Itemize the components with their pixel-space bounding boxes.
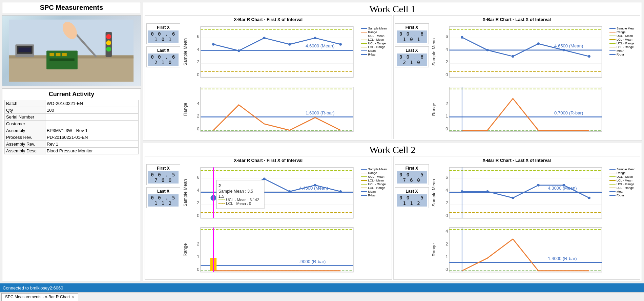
svg-text:1.6000 (R-bar): 1.6000 (R-bar) <box>306 110 334 115</box>
svg-text:0: 0 <box>445 213 448 218</box>
wc2-chart2-top: Sample Mean 0 2 4 6 <box>430 164 639 221</box>
legend-range: Range <box>361 30 390 34</box>
main-tab[interactable]: SPC Measurements - x-Bar R Chart ✕ <box>1 293 78 301</box>
activity-field-value: 100 <box>45 107 139 114</box>
wc2-lastx-box: Last X 0 0 . 5 1 1 2 <box>146 187 180 208</box>
svg-point-94 <box>288 190 291 193</box>
legend-ucl-mean: UCL - Mean <box>361 34 390 38</box>
svg-text:UCL - Mean : 6.142: UCL - Mean : 6.142 <box>226 197 259 201</box>
svg-text:0: 0 <box>445 267 448 272</box>
work-cell-2-section: Work Cell 2 X-Bar R Chart - First X of I… <box>143 143 642 282</box>
svg-text:LCL - Mean : 0: LCL - Mean : 0 <box>226 201 251 206</box>
svg-text:6: 6 <box>445 175 448 180</box>
svg-text:Sample Mean : 3.5: Sample Mean : 3.5 <box>219 189 253 194</box>
svg-text:1: 1 <box>197 254 199 259</box>
svg-point-63 <box>512 55 514 58</box>
svg-text:2: 2 <box>445 241 448 246</box>
activity-row: Serial Number <box>5 114 139 121</box>
svg-point-134 <box>537 184 540 187</box>
legend-ucl-range: UCL - Range <box>361 42 390 45</box>
svg-text:0: 0 <box>445 72 448 77</box>
wc1-chart1-inner: First X 0 0 . 6 1 0 1 Last X 0 0 . 6 2 1… <box>146 23 390 137</box>
activity-field-value: PD-20160221-01-EN <box>45 134 139 141</box>
wc2-chart1-bottom: Range 0 1 2 .9000 (R-bar) <box>182 222 390 278</box>
activity-field-value <box>45 121 139 127</box>
activity-field-value: Blood Pressure Monitor <box>45 148 139 154</box>
activity-row: Qty100 <box>5 107 139 114</box>
wc1-xbar-svg: Sample Mean 0 2 4 6 <box>182 23 360 81</box>
wc2-lastx2-label: Last X <box>397 189 427 194</box>
legend-lcl-mean: LCL - Mean <box>361 38 390 41</box>
wc1-chart2-top: Sample Mean 0 2 4 6 <box>430 23 639 81</box>
current-activity-box: Current Activity BatchWO-20160221-ENQty1… <box>2 88 141 281</box>
svg-text:Range: Range <box>431 243 436 257</box>
wc2-chart1-legend: Sample Mean Range UCL - Mean LCL - Mean … <box>360 164 390 221</box>
wc2-chart1-dual: Sample Mean 0 2 4 6 <box>182 164 390 278</box>
svg-point-35 <box>288 43 291 46</box>
wc2-lastx2-value: 0 0 . 5 1 1 2 <box>397 194 427 207</box>
svg-point-61 <box>461 36 463 39</box>
svg-point-66 <box>588 55 590 58</box>
svg-text:4: 4 <box>197 47 199 52</box>
legend-rbar: R-bar <box>361 53 390 56</box>
svg-text:2: 2 <box>197 113 199 119</box>
svg-text:Sample Mean: Sample Mean <box>431 38 436 66</box>
right-panel: Work Cell 1 X-Bar R Chart - First X of I… <box>143 2 642 281</box>
status-text: Connected to bmiklosey2:6060 <box>3 285 63 291</box>
svg-text:2: 2 <box>197 59 199 64</box>
current-activity-title: Current Activity <box>4 91 139 98</box>
svg-text:4: 4 <box>197 101 199 106</box>
wc1-chart1-legend: Sample Mean Range UCL - Mean <box>360 23 390 81</box>
svg-point-33 <box>237 49 240 52</box>
svg-point-65 <box>562 49 565 51</box>
work-cell-1-charts: X-Bar R Chart - First X of Interval Firs… <box>145 15 640 139</box>
wc1-firstx2-label: First X <box>397 25 427 30</box>
wc1-chart1-top: Sample Mean 0 2 4 6 <box>182 23 390 81</box>
svg-text:4: 4 <box>445 47 448 52</box>
svg-point-133 <box>512 196 514 199</box>
activity-field-label: Customer <box>5 121 45 127</box>
svg-text:Range: Range <box>183 243 188 257</box>
wc2-range-svg: Range 0 1 2 .9000 (R-bar) <box>182 222 360 278</box>
svg-rect-17 <box>50 59 75 61</box>
status-bar: Connected to bmiklosey2:6060 <box>0 283 644 292</box>
svg-text:1.5: 1.5 <box>219 194 224 199</box>
wc2-chart2-legend: Sample Mean Range UCL - Mean LCL - Mean … <box>608 164 639 221</box>
svg-text:2: 2 <box>197 241 199 246</box>
svg-text:6: 6 <box>445 34 448 39</box>
activity-row: Process Rev.PD-20160221-01-EN <box>5 134 139 141</box>
svg-text:4.6000 (Mean): 4.6000 (Mean) <box>306 43 334 48</box>
svg-rect-68 <box>449 87 602 131</box>
svg-text:Sample Mean: Sample Mean <box>183 38 188 66</box>
svg-text:Sample Mean: Sample Mean <box>183 179 188 206</box>
wc1-lastx-value: 0 0 . 6 2 1 0 <box>148 53 179 66</box>
svg-text:.9000 (R-bar): .9000 (R-bar) <box>299 259 326 264</box>
svg-rect-15 <box>56 53 61 56</box>
tab-close-button[interactable]: ✕ <box>72 295 75 299</box>
wc2-firstx2-label: First X <box>397 166 427 171</box>
svg-point-37 <box>339 43 342 46</box>
svg-point-132 <box>486 190 489 193</box>
wc2-chart2-bottom: Range 0 1 2 4 1.4000 (R-bar) <box>430 222 639 278</box>
wc1-meas-panel: First X 0 0 . 6 1 0 1 Last X 0 0 . 6 2 1… <box>146 23 180 137</box>
legend-mean: Mean <box>361 49 390 52</box>
wc1-chart2-inner: First X 0 0 . 6 1 0 1 Last X 0 0 . 6 2 1… <box>395 23 639 137</box>
svg-point-96 <box>339 190 342 193</box>
svg-text:4: 4 <box>197 187 199 192</box>
activity-field-label: Batch <box>5 100 45 107</box>
wc1-chart2-bottom: Range 0 1 2 0.7000 (R-bar) <box>430 81 639 137</box>
svg-rect-5 <box>19 48 31 52</box>
svg-text:Sample Mean: Sample Mean <box>431 179 436 206</box>
activity-field-label: Process Rev. <box>5 134 45 141</box>
wc1-chart1-title: X-Bar R Chart - First X of Interval <box>146 17 390 22</box>
svg-text:0: 0 <box>197 213 199 218</box>
svg-text:0: 0 <box>197 72 199 77</box>
wc1-range-svg: Range 0 2 4 <box>182 81 360 137</box>
wc1-chart1-group: X-Bar R Chart - First X of Interval Firs… <box>145 15 392 139</box>
wc2-chart2-group: X-Bar R Chart - Last X of Interval First… <box>393 156 641 280</box>
svg-text:0: 0 <box>197 267 199 272</box>
activity-row: Customer <box>5 121 139 127</box>
spc-image-placeholder <box>2 16 141 86</box>
legend-sample-mean: Sample Mean <box>361 27 390 30</box>
wc1-chart2-group: X-Bar R Chart - Last X of Interval First… <box>393 15 641 139</box>
